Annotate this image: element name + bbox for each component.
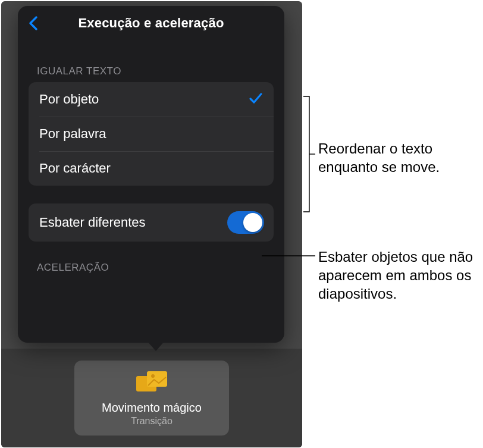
fade-unmatched-row: Esbater diferentes <box>29 203 274 242</box>
popover-caret-icon <box>148 342 164 351</box>
callout-fade-unmatched: Esbater objetos que não aparecem em ambo… <box>318 248 479 303</box>
match-text-option-by-word[interactable]: Por palavra <box>29 117 274 151</box>
bottom-bar: Movimento mágico Transição <box>1 349 302 447</box>
delivery-acceleration-popover: Execução e aceleração IGUALAR TEXTO Por … <box>18 6 284 343</box>
callout-reorder-text: Reordenar o texto enquanto se move. <box>318 139 479 176</box>
checkmark-icon <box>249 92 263 107</box>
transition-name: Movimento mágico <box>102 401 202 415</box>
option-label: Por carácter <box>39 161 111 176</box>
fade-unmatched-toggle[interactable] <box>227 211 264 234</box>
popover-body: IGUALAR TEXTO Por objeto Por palavra Por… <box>18 40 284 274</box>
section-header-match-text: IGUALAR TEXTO <box>37 65 274 77</box>
svg-point-2 <box>151 374 155 378</box>
match-text-list: Por objeto Por palavra Por carácter <box>29 82 274 186</box>
transition-thumbnail[interactable]: Movimento mágico Transição <box>74 361 229 436</box>
popover-header: Execução e aceleração <box>18 6 284 40</box>
transition-kind: Transição <box>131 416 172 427</box>
magic-move-icon <box>135 370 168 396</box>
fade-unmatched-label: Esbater diferentes <box>39 215 146 230</box>
option-label: Por palavra <box>39 126 106 142</box>
preview-stage: Movimento mágico Transição Execução e ac… <box>1 1 302 447</box>
chevron-left-icon <box>28 15 39 31</box>
popover-title: Execução e aceleração <box>78 15 224 31</box>
back-button[interactable] <box>26 14 40 32</box>
switch-knob <box>243 213 262 232</box>
option-label: Por objeto <box>39 92 99 107</box>
section-header-acceleration: ACELERAÇÃO <box>37 262 274 274</box>
match-text-option-by-character[interactable]: Por carácter <box>29 151 274 186</box>
match-text-option-by-object[interactable]: Por objeto <box>29 82 274 117</box>
